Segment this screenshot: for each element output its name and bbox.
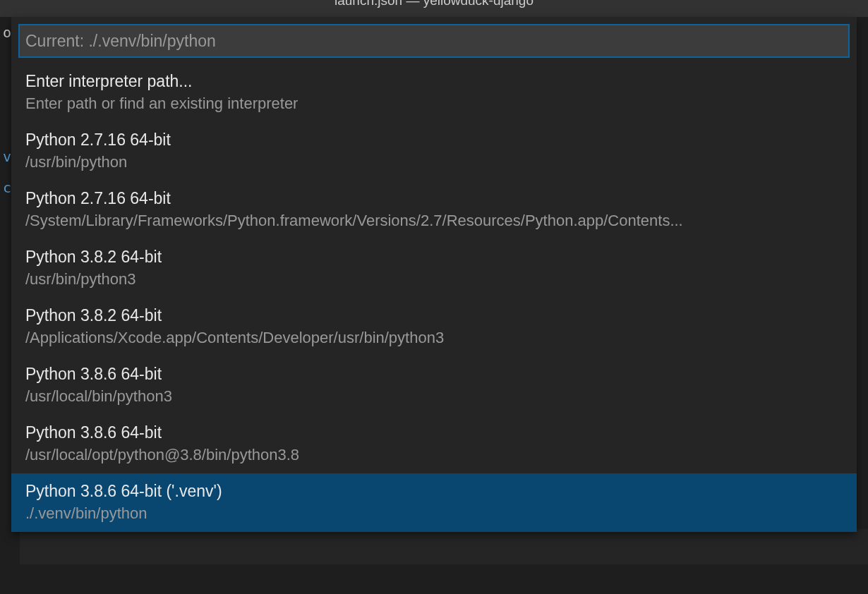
title-bar: launch.json — yellowduck-django <box>0 0 868 17</box>
picker-item-description: ./.venv/bin/python <box>25 502 843 525</box>
picker-item-label: Python 3.8.6 64-bit <box>25 363 843 385</box>
picker-item[interactable]: Python 3.8.6 64-bit/usr/local/opt/python… <box>11 415 857 473</box>
picker-item[interactable]: Python 3.8.6 64-bit/usr/local/bin/python… <box>11 356 857 415</box>
picker-item-description: /System/Library/Frameworks/Python.framew… <box>25 210 843 232</box>
interpreter-picker: Enter interpreter path...Enter path or f… <box>11 17 857 532</box>
picker-item-description: /usr/bin/python3 <box>25 268 843 291</box>
picker-item-label: Enter interpreter path... <box>25 71 843 92</box>
title-bar-text: launch.json — yellowduck-django <box>334 0 534 8</box>
picker-item[interactable]: Python 2.7.16 64-bit/usr/bin/python <box>11 122 857 181</box>
picker-item[interactable]: Python 3.8.2 64-bit/Applications/Xcode.a… <box>11 298 857 356</box>
picker-item-label: Python 3.8.6 64-bit <box>25 422 843 444</box>
picker-item-label: Python 3.8.2 64-bit <box>25 305 843 327</box>
picker-item-label: Python 3.8.2 64-bit <box>25 246 843 268</box>
picker-item-description: /usr/local/opt/python@3.8/bin/python3.8 <box>25 444 843 466</box>
picker-item[interactable]: Python 3.8.2 64-bit/usr/bin/python3 <box>11 239 857 298</box>
picker-item[interactable]: Python 2.7.16 64-bit/System/Library/Fram… <box>11 181 857 239</box>
picker-item-description: Enter path or find an existing interpret… <box>25 92 843 115</box>
panel-strip <box>20 529 868 564</box>
picker-item-description: /usr/local/bin/python3 <box>25 385 843 408</box>
picker-list: Enter interpreter path...Enter path or f… <box>11 63 857 532</box>
picker-item-description: /Applications/Xcode.app/Contents/Develop… <box>25 327 843 349</box>
picker-item[interactable]: Enter interpreter path...Enter path or f… <box>11 63 857 122</box>
interpreter-path-input[interactable] <box>19 25 849 57</box>
picker-item-label: Python 2.7.16 64-bit <box>25 129 843 151</box>
picker-item-label: Python 2.7.16 64-bit <box>25 188 843 210</box>
picker-input-wrapper <box>11 17 857 63</box>
picker-item-label: Python 3.8.6 64-bit ('.venv') <box>25 480 843 502</box>
picker-item-description: /usr/bin/python <box>25 151 843 174</box>
picker-item[interactable]: Python 3.8.6 64-bit ('.venv')./.venv/bin… <box>11 473 857 532</box>
